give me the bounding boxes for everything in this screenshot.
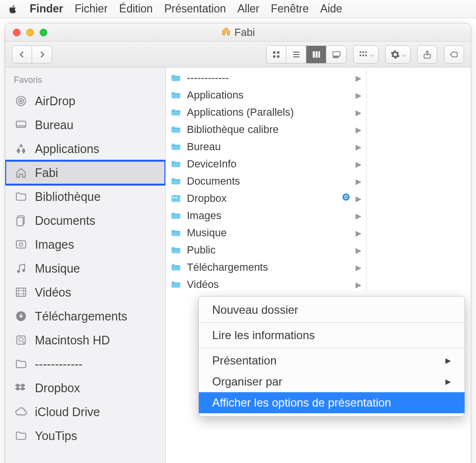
sidebar-item-documents[interactable]: Documents [5, 209, 165, 232]
folder-icon [170, 176, 182, 187]
menubar-item-view[interactable]: Présentation [164, 2, 226, 15]
disclosure-arrow-icon: ▶ [356, 211, 361, 220]
sidebar-item-fabi[interactable]: Fabi [5, 161, 165, 185]
menubar-item-file[interactable]: Fichier [75, 2, 108, 15]
file-row[interactable]: ------------▶ [166, 69, 366, 87]
file-row[interactable]: Images▶ [166, 207, 366, 224]
file-row[interactable]: Téléchargements▶ [166, 259, 366, 276]
disclosure-arrow-icon: ▶ [356, 143, 361, 152]
file-name: Applications (Parallels) [187, 106, 351, 119]
sidebar-item-applications[interactable]: Applications [5, 137, 165, 161]
home-icon [14, 166, 28, 179]
traffic-lights [13, 29, 47, 36]
file-row[interactable]: Documents▶ [166, 173, 366, 190]
content-area: ------------▶Applications▶Applications (… [166, 67, 471, 463]
window-titlebar: Fabi [5, 23, 471, 42]
sidebar-item-t-l-chargements[interactable]: Téléchargements [5, 304, 165, 328]
sidebar-item-label: Dropbox [35, 381, 80, 395]
file-row[interactable]: Bibliothèque calibre▶ [166, 121, 366, 138]
images-icon [14, 238, 28, 251]
sidebar-item-youtips[interactable]: YouTips [5, 424, 165, 448]
menubar-item-window[interactable]: Fenêtre [271, 2, 309, 15]
file-row[interactable]: DeviceInfo▶ [166, 155, 366, 173]
folder-icon [14, 358, 28, 370]
tags-button[interactable] [444, 45, 464, 64]
share-button[interactable] [417, 45, 437, 64]
disclosure-arrow-icon: ▶ [356, 125, 361, 134]
menubar-item-edit[interactable]: Édition [119, 2, 152, 15]
file-row[interactable]: Dropbox▶ [166, 190, 366, 207]
file-row[interactable]: Applications▶ [166, 87, 366, 104]
sidebar-item-label: Macintosh HD [35, 333, 110, 347]
view-gallery-button[interactable] [326, 45, 346, 64]
view-column-button[interactable] [306, 45, 326, 64]
svg-rect-16 [365, 51, 367, 53]
file-row[interactable]: Bureau▶ [166, 138, 366, 155]
sidebar-item-musique[interactable]: Musique [5, 256, 165, 280]
sidebar-item-dropbox[interactable]: Dropbox [5, 376, 165, 400]
context-menu-item[interactable]: Afficher les options de présentation [199, 392, 465, 413]
apple-icon[interactable] [8, 4, 18, 14]
sidebar-item--[interactable]: ------------ [5, 352, 165, 376]
file-row[interactable]: Musique▶ [166, 224, 366, 242]
svg-rect-8 [315, 51, 317, 57]
file-name: Vidéos [187, 278, 351, 291]
file-row[interactable]: Applications (Parallels)▶ [166, 104, 366, 121]
disclosure-arrow-icon: ▶ [356, 194, 361, 203]
sidebar-item-label: Documents [35, 214, 95, 228]
sidebar-item-label: Téléchargements [35, 309, 127, 323]
folder-icon [170, 73, 182, 83]
cloud-icon [14, 406, 28, 418]
view-icon-button[interactable] [266, 45, 286, 64]
sync-icon [341, 192, 351, 205]
menubar-item-go[interactable]: Aller [238, 2, 260, 15]
window-minimize-button[interactable] [26, 29, 34, 36]
context-menu-item[interactable]: Présentation [199, 350, 465, 371]
back-button[interactable] [12, 45, 32, 64]
svg-rect-11 [333, 57, 335, 58]
video-icon [14, 286, 28, 298]
window-zoom-button[interactable] [40, 29, 47, 36]
svg-rect-10 [333, 52, 340, 56]
window-close-button[interactable] [13, 29, 21, 36]
view-mode-segment [266, 45, 346, 64]
menubar-app-name[interactable]: Finder [30, 2, 63, 15]
sidebar-item-label: Applications [35, 142, 99, 156]
hdd-icon [14, 334, 28, 346]
file-name: Public [187, 244, 351, 256]
sidebar-item-airdrop[interactable]: AirDrop [5, 89, 165, 113]
dropbox-icon [14, 382, 28, 394]
window-body: Favoris AirDropBureauApplicationsFabiBib… [5, 67, 471, 463]
forward-button[interactable] [32, 45, 52, 64]
menubar-item-help[interactable]: Aide [320, 2, 342, 15]
disclosure-arrow-icon: ▶ [356, 177, 361, 186]
menu-item-label: Nouveau dossier [212, 303, 298, 317]
chevron-down-icon: ⌵ [402, 51, 405, 58]
action-button[interactable]: ⌵ [385, 45, 411, 64]
sidebar-item-icloud-drive[interactable]: iCloud Drive [5, 400, 165, 424]
music-icon [14, 262, 28, 275]
chevron-down-icon: ⌵ [370, 51, 373, 58]
svg-rect-14 [360, 51, 361, 53]
sidebar-item-label: Vidéos [35, 286, 71, 299]
folder-icon [170, 279, 182, 290]
file-row[interactable]: Vidéos▶ [166, 276, 366, 293]
context-menu-item[interactable]: Organiser par [199, 371, 465, 392]
sidebar-item-vid-os[interactable]: Vidéos [5, 280, 165, 304]
sidebar-item-biblioth-que[interactable]: Bibliothèque [5, 185, 165, 209]
sidebar-item-macintosh-hd[interactable]: Macintosh HD [5, 328, 165, 352]
sidebar-item-bureau[interactable]: Bureau [5, 113, 165, 137]
sidebar-item-label: YouTips [35, 429, 77, 443]
svg-rect-1 [277, 51, 280, 54]
documents-icon [14, 214, 28, 227]
nav-back-forward [12, 45, 52, 64]
folder-icon [170, 228, 182, 238]
sidebar-item-images[interactable]: Images [5, 232, 165, 256]
context-menu-item[interactable]: Lire les informations [199, 325, 465, 346]
home-icon [221, 26, 231, 39]
arrange-button[interactable]: ⌵ [353, 45, 379, 64]
context-menu-item[interactable]: Nouveau dossier [199, 299, 465, 320]
sidebar-item-label: Musique [35, 262, 80, 276]
file-row[interactable]: Public▶ [166, 242, 366, 259]
view-list-button[interactable] [286, 45, 306, 64]
